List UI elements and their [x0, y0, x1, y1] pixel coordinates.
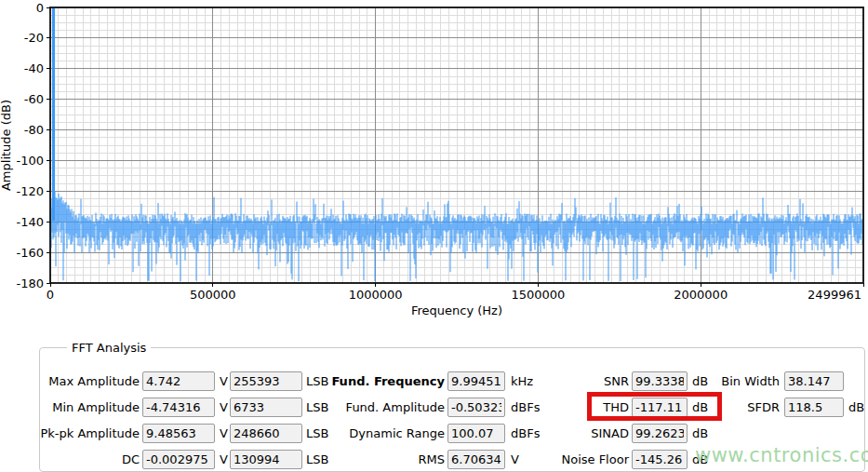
dc-v-field[interactable]: -0.002975: [142, 450, 215, 469]
panel-row-2: Min Amplitude -4.74316 V 6733 LSB Fund. …: [0, 398, 868, 417]
svg-text:-20: -20: [24, 31, 44, 45]
sfdr-field[interactable]: 118.5: [784, 398, 844, 417]
min-amplitude-lsb-field[interactable]: 6733: [230, 398, 302, 417]
svg-text:-40: -40: [24, 61, 44, 75]
panel-row-3: Pk-pk Amplitude 9.48563 V 248660 LSB Dyn…: [0, 424, 868, 443]
noise-floor-label: Noise Floor: [540, 450, 629, 469]
svg-text:-60: -60: [24, 92, 44, 106]
bin-width-label: Bin Width: [705, 371, 780, 391]
min-amplitude-v-field[interactable]: -4.74316: [142, 398, 215, 417]
svg-text:-160: -160: [16, 246, 44, 260]
max-amplitude-label: Max Amplitude: [37, 371, 140, 391]
sinad-label: SINAD: [540, 424, 629, 443]
sinad-field[interactable]: 99.2623: [632, 424, 688, 443]
svg-text:-120: -120: [16, 184, 44, 198]
snr-field[interactable]: 99.3338: [632, 371, 688, 391]
fund-frequency-label: Fund. Frequency: [327, 371, 445, 391]
spectrum-chart: 0-20-40-60-80-100-120-140-160-1800500000…: [0, 0, 868, 328]
svg-text:0: 0: [36, 1, 44, 15]
dc-label: DC: [37, 450, 140, 469]
pkpk-amplitude-lsb-field[interactable]: 248660: [230, 424, 302, 443]
noise-floor-field[interactable]: -145.26: [632, 450, 688, 469]
thd-label: THD: [540, 398, 629, 417]
svg-text:2000000: 2000000: [674, 288, 728, 302]
svg-text:1500000: 1500000: [511, 288, 565, 302]
svg-text:2499961: 2499961: [808, 288, 861, 302]
svg-text:Amplitude (dB): Amplitude (dB): [0, 100, 13, 191]
fund-frequency-unit: kHz: [511, 371, 533, 391]
rms-unit: V: [511, 450, 519, 469]
min-amplitude-lsb-unit: LSB: [306, 398, 328, 417]
fft-analysis-title: FFT Analysis: [67, 341, 151, 355]
svg-text:0: 0: [47, 288, 54, 302]
fund-amplitude-label: Fund. Amplitude: [327, 398, 445, 417]
sfdr-unit: dB: [848, 398, 864, 417]
svg-text:-80: -80: [24, 123, 44, 137]
svg-text:1000000: 1000000: [349, 288, 403, 302]
pkpk-amplitude-v-unit: V: [220, 424, 228, 443]
fund-amplitude-field[interactable]: -0.503238: [447, 398, 505, 417]
pkpk-amplitude-lsb-unit: LSB: [306, 424, 328, 443]
pkpk-amplitude-label: Pk-pk Amplitude: [37, 424, 140, 443]
max-amplitude-lsb-unit: LSB: [306, 371, 328, 391]
svg-text:500000: 500000: [190, 288, 236, 302]
svg-text:-140: -140: [16, 215, 44, 229]
watermark-text: www.cntronics.com: [695, 444, 868, 466]
fund-frequency-field[interactable]: 9.99451: [447, 371, 505, 391]
svg-text:-180: -180: [16, 276, 44, 290]
dynamic-range-label: Dynamic Range: [327, 424, 445, 443]
dynamic-range-unit: dBFs: [511, 424, 540, 443]
max-amplitude-v-unit: V: [220, 371, 228, 391]
max-amplitude-v-field[interactable]: 4.742: [142, 371, 215, 391]
fft-spectrum-plot: 0-20-40-60-80-100-120-140-160-1800500000…: [0, 0, 868, 328]
rms-label: RMS: [327, 450, 445, 469]
svg-text:Frequency (Hz): Frequency (Hz): [411, 303, 502, 317]
dc-lsb-unit: LSB: [306, 450, 328, 469]
panel-row-1: Max Amplitude 4.742 V 255393 LSB Fund. F…: [0, 371, 868, 391]
pkpk-amplitude-v-field[interactable]: 9.48563: [142, 424, 215, 443]
fund-amplitude-unit: dBFs: [511, 398, 540, 417]
dc-lsb-field[interactable]: 130994: [230, 450, 302, 469]
max-amplitude-lsb-field[interactable]: 255393: [230, 371, 302, 391]
dc-v-unit: V: [220, 450, 228, 469]
svg-text:-100: -100: [16, 154, 44, 168]
bin-width-field[interactable]: 38.147: [784, 371, 844, 391]
sinad-unit: dB: [692, 424, 708, 443]
min-amplitude-label: Min Amplitude: [37, 398, 140, 417]
dynamic-range-field[interactable]: 100.07: [447, 424, 505, 443]
rms-field[interactable]: 6.70634: [447, 450, 505, 469]
sfdr-label: SFDR: [705, 398, 780, 417]
min-amplitude-v-unit: V: [220, 398, 228, 417]
snr-label: SNR: [540, 371, 629, 391]
thd-field[interactable]: -117.11: [632, 398, 688, 417]
